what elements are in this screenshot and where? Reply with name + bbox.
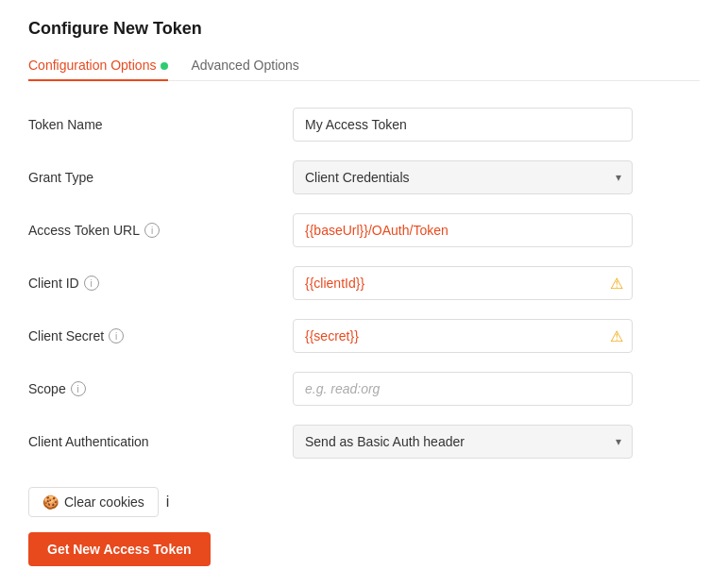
active-indicator-dot	[161, 62, 168, 70]
grant-type-label: Grant Type	[28, 170, 293, 185]
client-secret-input[interactable]	[293, 319, 633, 353]
client-id-input[interactable]	[293, 266, 633, 300]
clear-cookies-info-icon[interactable]: i	[166, 494, 170, 511]
grant-type-select[interactable]: Client Credentials Authorization Code Im…	[293, 160, 633, 194]
client-auth-row: Client Authentication Send as Basic Auth…	[28, 425, 700, 459]
client-auth-label: Client Authentication	[28, 434, 293, 449]
client-auth-select-wrapper: Send as Basic Auth header Send client cr…	[293, 425, 633, 459]
token-name-control	[293, 108, 633, 142]
client-secret-warning-icon: ⚠	[610, 327, 623, 345]
client-auth-control: Send as Basic Auth header Send client cr…	[293, 425, 633, 459]
token-name-label: Token Name	[28, 117, 293, 132]
tabs-container: Configuration Options Advanced Options	[28, 50, 700, 81]
client-id-input-wrapper: ⚠	[293, 266, 633, 300]
get-new-access-token-button[interactable]: Get New Access Token	[28, 532, 211, 566]
access-token-url-input[interactable]	[293, 213, 633, 247]
access-token-url-control	[293, 213, 633, 247]
tab-configuration[interactable]: Configuration Options	[28, 50, 168, 80]
clear-cookies-row: 🍪 Clear cookies i	[28, 487, 700, 517]
client-secret-control: ⚠	[293, 319, 633, 353]
access-token-url-label: Access Token URL i	[28, 223, 293, 238]
tab-advanced[interactable]: Advanced Options	[191, 50, 298, 80]
client-secret-row: Client Secret i ⚠	[28, 319, 700, 353]
token-name-input[interactable]	[293, 108, 633, 142]
scope-row: Scope i	[28, 372, 700, 406]
grant-type-control: Client Credentials Authorization Code Im…	[293, 160, 633, 194]
get-token-label: Get New Access Token	[47, 542, 192, 557]
tab-advanced-label: Advanced Options	[191, 58, 298, 73]
scope-info-icon[interactable]: i	[71, 381, 86, 396]
client-secret-input-wrapper: ⚠	[293, 319, 633, 353]
access-token-url-row: Access Token URL i	[28, 213, 700, 247]
client-secret-info-icon[interactable]: i	[109, 328, 124, 343]
scope-input[interactable]	[293, 372, 633, 406]
cookie-icon: 🍪	[42, 494, 59, 510]
client-id-warning-icon: ⚠	[610, 275, 623, 293]
tab-configuration-label: Configuration Options	[28, 58, 156, 73]
scope-control	[293, 372, 633, 406]
page-title: Configure New Token	[28, 19, 700, 39]
clear-cookies-label: Clear cookies	[64, 494, 144, 510]
bottom-section: 🍪 Clear cookies i Get New Access Token	[28, 487, 700, 566]
client-id-info-icon[interactable]: i	[84, 276, 99, 291]
client-id-row: Client ID i ⚠	[28, 266, 700, 300]
token-name-row: Token Name	[28, 108, 700, 142]
client-secret-label: Client Secret i	[28, 328, 293, 343]
clear-cookies-button[interactable]: 🍪 Clear cookies	[28, 487, 159, 517]
client-id-label: Client ID i	[28, 276, 293, 291]
access-token-url-info-icon[interactable]: i	[144, 223, 160, 238]
client-auth-select[interactable]: Send as Basic Auth header Send client cr…	[293, 425, 633, 459]
client-id-control: ⚠	[293, 266, 633, 300]
scope-label: Scope i	[28, 381, 293, 396]
grant-type-select-wrapper: Client Credentials Authorization Code Im…	[293, 160, 633, 194]
grant-type-row: Grant Type Client Credentials Authorizat…	[28, 160, 700, 194]
